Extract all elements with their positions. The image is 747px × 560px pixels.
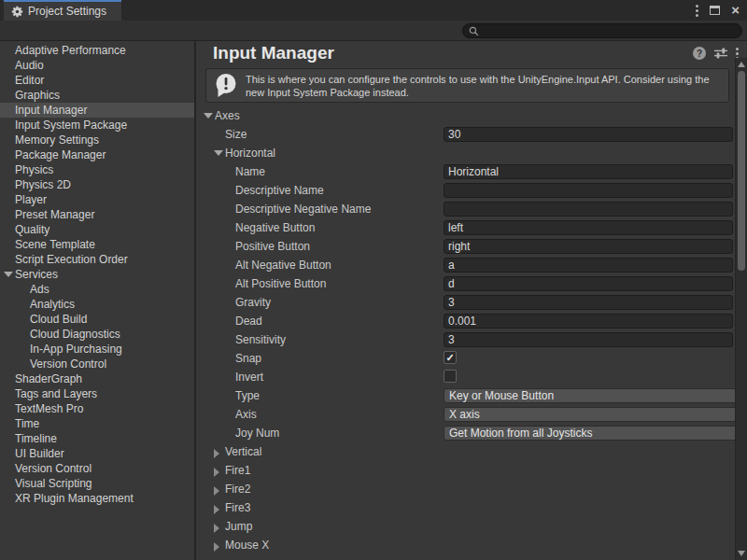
sidebar-item-label: Input Manager <box>15 104 87 117</box>
setting-label: Alt Negative Button <box>235 259 331 272</box>
sidebar-item-ui-builder[interactable]: UI Builder <box>0 446 194 461</box>
row-vertical[interactable]: Vertical <box>198 442 735 461</box>
joy-num-dropdown[interactable]: Get Motion from all Joysticks <box>444 426 747 441</box>
alt-positive-button-field[interactable]: d <box>444 276 733 291</box>
help-icon[interactable]: ? <box>693 47 706 60</box>
search-box[interactable] <box>462 23 742 38</box>
toolbar <box>0 21 747 41</box>
row-descriptive-negative-name: Descriptive Negative Name <box>198 200 735 218</box>
name-field[interactable]: Horizontal <box>444 164 733 179</box>
row-joy-num: Joy NumGet Motion from all Joysticks <box>198 424 735 442</box>
foldout-triangle-icon[interactable] <box>214 468 219 477</box>
foldout-triangle-icon[interactable] <box>214 524 219 533</box>
invert-checkbox[interactable] <box>444 370 457 383</box>
scroll-down-arrow-icon[interactable] <box>738 551 745 556</box>
size-field[interactable]: 30 <box>444 127 733 142</box>
axis-dropdown[interactable]: X axis <box>444 407 747 422</box>
snap-checkbox[interactable]: ✓ <box>444 351 457 364</box>
sidebar-item-audio[interactable]: Audio <box>0 58 194 73</box>
row-horizontal[interactable]: Horizontal <box>198 144 735 162</box>
window-controls: × <box>696 0 743 21</box>
sidebar-item-analytics[interactable]: Analytics <box>0 297 194 312</box>
sidebar-item-label: Preset Manager <box>15 208 94 221</box>
row-descriptive-name: Descriptive Name <box>198 181 735 200</box>
sidebar-item-label: Graphics <box>15 89 60 102</box>
search-input[interactable] <box>483 25 736 36</box>
sidebar-item-timeline[interactable]: Timeline <box>0 431 194 446</box>
sidebar-item-textmesh-pro[interactable]: TextMesh Pro <box>0 401 194 416</box>
sensitivity-field[interactable]: 3 <box>444 332 733 347</box>
sidebar-item-quality[interactable]: Quality <box>0 222 194 237</box>
gravity-field[interactable]: 3 <box>444 295 733 310</box>
sidebar-item-ads[interactable]: Ads <box>0 282 194 297</box>
sidebar-item-physics[interactable]: Physics <box>0 162 194 177</box>
row-jump[interactable]: Jump <box>198 517 735 536</box>
close-icon[interactable]: × <box>731 5 740 16</box>
setting-label: Invert <box>235 371 263 384</box>
alt-negative-button-field[interactable]: a <box>444 258 733 273</box>
sidebar-item-xr-plugin-management[interactable]: XR Plugin Management <box>0 491 194 506</box>
foldout-triangle-icon[interactable] <box>214 449 219 458</box>
sidebar-item-input-manager[interactable]: Input Manager <box>0 103 194 118</box>
row-sensitivity: Sensitivity3 <box>198 330 735 349</box>
descriptive-negative-name-field[interactable] <box>444 202 733 217</box>
sidebar-item-label: In-App Purchasing <box>30 343 122 356</box>
sidebar-item-memory-settings[interactable]: Memory Settings <box>0 133 194 147</box>
sidebar-item-cloud-build[interactable]: Cloud Build <box>0 312 194 327</box>
sidebar-item-time[interactable]: Time <box>0 416 194 431</box>
search-icon <box>469 26 479 36</box>
sidebar-item-input-system-package[interactable]: Input System Package <box>0 118 194 133</box>
sidebar-item-label: Adaptive Performance <box>15 44 126 57</box>
sidebar-item-label: ShaderGraph <box>15 372 82 385</box>
setting-label: Axis <box>235 408 257 421</box>
row-axes[interactable]: Axes <box>198 106 735 125</box>
info-box: This is where you can configure the cont… <box>205 68 729 103</box>
setting-label: Size <box>225 128 247 141</box>
foldout-triangle-icon[interactable] <box>204 113 213 119</box>
vertical-scrollbar[interactable] <box>735 58 747 560</box>
foldout-triangle-icon[interactable] <box>214 505 219 514</box>
preset-icon[interactable] <box>714 48 727 59</box>
sidebar-item-visual-scripting[interactable]: Visual Scripting <box>0 476 194 491</box>
sidebar-item-cloud-diagnostics[interactable]: Cloud Diagnostics <box>0 327 194 342</box>
window-menu-icon[interactable] <box>696 5 698 17</box>
maximize-icon[interactable] <box>710 6 720 15</box>
sidebar-item-label: Cloud Build <box>30 313 87 326</box>
sidebar-item-label: Package Manager <box>15 148 106 161</box>
sidebar-item-in-app-purchasing[interactable]: In-App Purchasing <box>0 342 194 357</box>
row-fire3[interactable]: Fire3 <box>198 498 735 517</box>
sidebar-item-tags-and-layers[interactable]: Tags and Layers <box>0 386 194 401</box>
sidebar-item-script-execution-order[interactable]: Script Execution Order <box>0 252 194 267</box>
gear-icon <box>11 6 23 18</box>
sidebar-item-graphics[interactable]: Graphics <box>0 88 194 103</box>
setting-label: Joy Num <box>235 427 279 440</box>
scroll-up-arrow-icon[interactable] <box>738 62 745 67</box>
sidebar-item-editor[interactable]: Editor <box>0 73 194 88</box>
foldout-triangle-icon[interactable] <box>4 272 13 277</box>
positive-button-field[interactable]: right <box>444 239 733 254</box>
sidebar-item-preset-manager[interactable]: Preset Manager <box>0 207 194 222</box>
row-fire1[interactable]: Fire1 <box>198 461 735 480</box>
negative-button-field[interactable]: left <box>444 220 733 235</box>
row-mouse-x[interactable]: Mouse X <box>198 536 735 554</box>
foldout-triangle-icon[interactable] <box>214 542 219 552</box>
scrollbar-thumb[interactable] <box>738 71 745 271</box>
sidebar-item-label: Analytics <box>30 298 75 311</box>
descriptive-name-field[interactable] <box>444 183 733 198</box>
sidebar-item-physics-2d[interactable]: Physics 2D <box>0 177 194 192</box>
dead-field[interactable]: 0.001 <box>444 314 733 329</box>
sidebar-item-adaptive-performance[interactable]: Adaptive Performance <box>0 43 194 58</box>
row-fire2[interactable]: Fire2 <box>198 480 735 498</box>
sidebar-item-version-control[interactable]: Version Control <box>0 461 194 476</box>
foldout-triangle-icon[interactable] <box>214 486 219 496</box>
sidebar-item-label: UI Builder <box>15 447 64 460</box>
sidebar-item-version-control[interactable]: Version Control <box>0 357 194 371</box>
sidebar-item-shadergraph[interactable]: ShaderGraph <box>0 371 194 386</box>
sidebar-item-scene-template[interactable]: Scene Template <box>0 237 194 252</box>
sidebar-item-package-manager[interactable]: Package Manager <box>0 147 194 162</box>
sidebar-item-player[interactable]: Player <box>0 192 194 207</box>
foldout-triangle-icon[interactable] <box>214 150 223 156</box>
sidebar-item-services[interactable]: Services <box>0 267 194 282</box>
tab-project-settings[interactable]: Project Settings <box>4 0 121 21</box>
type-dropdown[interactable]: Key or Mouse Button <box>444 388 747 403</box>
